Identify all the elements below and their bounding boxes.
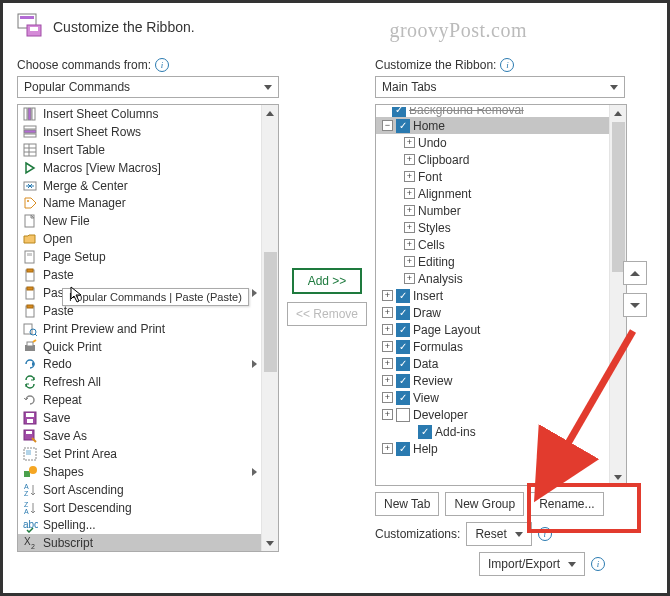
tree-node[interactable]: +Cells	[376, 236, 609, 253]
move-down-button[interactable]	[623, 293, 647, 317]
rename-button[interactable]: Rename...	[530, 492, 603, 516]
expand-icon[interactable]: +	[382, 290, 393, 301]
checkbox-icon[interactable]: ✓	[392, 107, 406, 117]
tree-node[interactable]: +✓Help	[376, 440, 609, 457]
collapse-icon[interactable]: −	[382, 120, 393, 131]
new-tab-button[interactable]: New Tab	[375, 492, 439, 516]
command-label: Redo	[43, 357, 72, 371]
expand-icon[interactable]: +	[382, 409, 393, 420]
command-item[interactable]: Merge & Center	[18, 177, 261, 195]
command-item[interactable]: AZSort Ascending	[18, 481, 261, 499]
expand-icon[interactable]: +	[382, 307, 393, 318]
tree-label: Analysis	[418, 272, 463, 286]
checkbox-icon[interactable]: ✓	[396, 119, 410, 133]
command-item[interactable]: X2Subscript	[18, 534, 261, 551]
command-item[interactable]: Refresh All	[18, 373, 261, 391]
tree-node[interactable]: +Editing	[376, 253, 609, 270]
checkbox-icon[interactable]: ✓	[396, 391, 410, 405]
new-group-button[interactable]: New Group	[445, 492, 524, 516]
command-item[interactable]: ZASort Descending	[18, 499, 261, 517]
add-button[interactable]: Add >>	[292, 268, 363, 294]
command-item[interactable]: Paste	[18, 266, 261, 284]
tree-node[interactable]: −✓Home	[376, 117, 609, 134]
expand-icon[interactable]: +	[404, 222, 415, 233]
command-item[interactable]: Page Setup	[18, 248, 261, 266]
tree-node[interactable]: +✓Review	[376, 372, 609, 389]
scroll-down-button[interactable]	[610, 469, 626, 485]
tree-node[interactable]: +✓Insert	[376, 287, 609, 304]
command-label: Quick Print	[43, 340, 102, 354]
command-item[interactable]: Set Print Area	[18, 445, 261, 463]
expand-icon[interactable]: +	[404, 137, 415, 148]
command-item[interactable]: Insert Sheet Columns	[18, 105, 261, 123]
tree-node[interactable]: +✓Formulas	[376, 338, 609, 355]
checkbox-icon[interactable]: ✓	[396, 357, 410, 371]
checkbox-icon[interactable]: ✓	[396, 442, 410, 456]
info-icon[interactable]: i	[155, 58, 169, 72]
command-item[interactable]: abcSpelling...	[18, 516, 261, 534]
tree-node[interactable]: ✓Add-ins	[376, 423, 609, 440]
expand-icon[interactable]: +	[382, 324, 393, 335]
expand-icon[interactable]: +	[382, 443, 393, 454]
tree-node[interactable]: +Clipboard	[376, 151, 609, 168]
expand-icon[interactable]: +	[404, 205, 415, 216]
commands-listbox[interactable]: Insert Sheet ColumnsInsert Sheet RowsIns…	[17, 104, 279, 552]
reset-button[interactable]: Reset	[466, 522, 531, 546]
command-item[interactable]: Print Preview and Print	[18, 320, 261, 338]
command-item[interactable]: Insert Table	[18, 141, 261, 159]
tree-node[interactable]: +Alignment	[376, 185, 609, 202]
tree-node[interactable]: +Undo	[376, 134, 609, 151]
tree-node[interactable]: +✓Page Layout	[376, 321, 609, 338]
command-item[interactable]: Redo	[18, 355, 261, 373]
checkbox-icon[interactable]: ✓	[396, 340, 410, 354]
expand-icon[interactable]: +	[382, 358, 393, 369]
checkbox-icon[interactable]: ✓	[418, 425, 432, 439]
scroll-down-button[interactable]	[262, 535, 278, 551]
import-export-button[interactable]: Import/Export	[479, 552, 585, 576]
command-item[interactable]: Open	[18, 230, 261, 248]
command-item[interactable]: Quick Print	[18, 338, 261, 356]
expand-icon[interactable]: +	[404, 171, 415, 182]
ribbon-tree[interactable]: ✓Background Removal−✓Home+Undo+Clipboard…	[375, 104, 627, 486]
command-item[interactable]: Shapes	[18, 463, 261, 481]
scroll-thumb[interactable]	[612, 122, 625, 272]
info-icon[interactable]: i	[538, 527, 552, 541]
checkbox-icon[interactable]	[396, 408, 410, 422]
tree-node[interactable]: +Developer	[376, 406, 609, 423]
expand-icon[interactable]: +	[382, 392, 393, 403]
info-icon[interactable]: i	[500, 58, 514, 72]
expand-icon[interactable]: +	[382, 341, 393, 352]
info-icon[interactable]: i	[591, 557, 605, 571]
tree-node[interactable]: +Analysis	[376, 270, 609, 287]
checkbox-icon[interactable]: ✓	[396, 374, 410, 388]
scroll-thumb[interactable]	[264, 252, 277, 372]
scroll-up-button[interactable]	[610, 105, 626, 121]
command-item[interactable]: Macros [View Macros]	[18, 159, 261, 177]
expand-icon[interactable]: +	[404, 154, 415, 165]
scroll-up-button[interactable]	[262, 105, 278, 121]
tree-node[interactable]: +✓View	[376, 389, 609, 406]
command-item[interactable]: Save As	[18, 427, 261, 445]
move-up-button[interactable]	[623, 261, 647, 285]
tree-node[interactable]: +Styles	[376, 219, 609, 236]
tree-node[interactable]: +✓Draw	[376, 304, 609, 321]
checkbox-icon[interactable]: ✓	[396, 323, 410, 337]
tabs-combo[interactable]: Main Tabs	[375, 76, 625, 98]
expand-icon[interactable]: +	[382, 375, 393, 386]
tree-node[interactable]: +✓Data	[376, 355, 609, 372]
commands-combo[interactable]: Popular Commands	[17, 76, 279, 98]
checkbox-icon[interactable]: ✓	[396, 306, 410, 320]
expand-icon[interactable]: +	[404, 273, 415, 284]
expand-icon[interactable]: +	[404, 256, 415, 267]
command-item[interactable]: Insert Sheet Rows	[18, 123, 261, 141]
command-item[interactable]: Name Manager	[18, 194, 261, 212]
command-item[interactable]: Save	[18, 409, 261, 427]
command-item[interactable]: Repeat	[18, 391, 261, 409]
command-item[interactable]: New File	[18, 212, 261, 230]
checkbox-icon[interactable]: ✓	[396, 289, 410, 303]
scrollbar[interactable]	[261, 105, 278, 551]
tree-node[interactable]: +Number	[376, 202, 609, 219]
tree-node[interactable]: +Font	[376, 168, 609, 185]
expand-icon[interactable]: +	[404, 239, 415, 250]
expand-icon[interactable]: +	[404, 188, 415, 199]
